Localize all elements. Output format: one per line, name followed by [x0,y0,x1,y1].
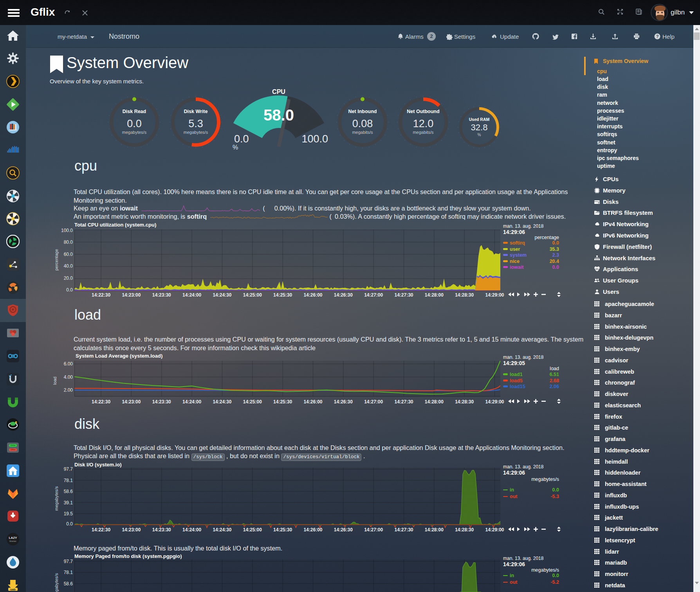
svg-text:librarian: librarian [9,540,16,542]
svg-text:sab: sab [10,588,16,591]
svg-text:Offline: Offline [11,449,16,451]
svg-text:Online: Online [10,444,16,446]
svg-text:LAZY: LAZY [9,536,18,540]
svg-text:?: ? [656,34,659,39]
